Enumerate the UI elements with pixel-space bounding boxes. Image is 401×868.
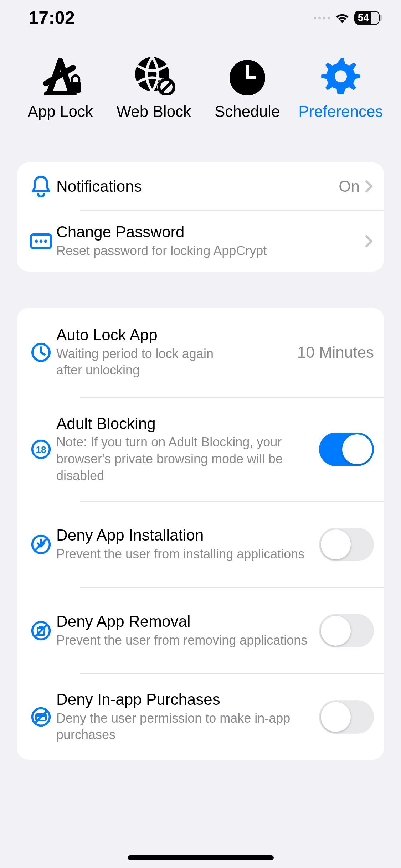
status-time: 17:02	[29, 7, 75, 28]
row-subtitle: Note: If you turn on Adult Blocking, you…	[56, 434, 313, 484]
row-subtitle: Reset password for locking AppCrypt	[56, 243, 358, 259]
row-title: Auto Lock App	[56, 326, 292, 344]
battery-percent: 54	[358, 12, 369, 24]
preferences-group-1: Notifications On Change Password Reset p…	[17, 162, 384, 272]
row-subtitle: Prevent the user from removing applicati…	[56, 632, 313, 649]
row-value: 10 Minutes	[297, 343, 374, 361]
row-title: Change Password	[56, 223, 358, 241]
password-icon	[26, 233, 56, 249]
svg-point-7	[335, 70, 347, 82]
row-change-password[interactable]: Change Password Reset password for locki…	[17, 211, 384, 272]
wifi-icon	[335, 12, 349, 23]
no-download-icon	[26, 534, 56, 554]
row-subtitle: Waiting period to lock again after unloc…	[56, 346, 231, 379]
toggle-deny-removal[interactable]	[319, 614, 374, 647]
row-deny-iap: Deny In-app Purchases Deny the user perm…	[17, 674, 384, 760]
row-subtitle: Deny the user permission to make in-app …	[56, 710, 313, 744]
row-title: Deny App Installation	[56, 526, 313, 544]
tab-label: Preferences	[298, 103, 383, 120]
eighteen-icon: 18	[26, 439, 56, 459]
svg-point-9	[35, 240, 38, 243]
tab-label: Web Block	[117, 103, 191, 120]
preferences-group-2: Auto Lock App Waiting period to lock aga…	[17, 308, 384, 760]
row-auto-lock[interactable]: Auto Lock App Waiting period to lock aga…	[17, 308, 384, 397]
preferences-icon	[321, 53, 360, 95]
svg-point-10	[40, 240, 43, 243]
schedule-icon	[230, 53, 265, 95]
status-right: 54	[314, 11, 380, 25]
row-deny-install: Deny App Installation Prevent the user f…	[17, 502, 384, 587]
chevron-right-icon	[364, 233, 374, 249]
tab-preferences[interactable]: Preferences	[298, 53, 384, 120]
bell-icon	[26, 175, 56, 197]
tab-web-block[interactable]: Web Block	[110, 53, 197, 120]
row-notifications[interactable]: Notifications On	[17, 162, 384, 210]
app-lock-icon	[40, 53, 81, 95]
row-subtitle: Prevent the user from installing applica…	[56, 546, 313, 563]
row-adult-blocking: 18 Adult Blocking Note: If you turn on A…	[17, 398, 384, 501]
tab-label: Schedule	[215, 103, 280, 120]
clock-icon	[26, 342, 56, 362]
battery-indicator: 54	[354, 11, 380, 25]
svg-point-11	[44, 240, 47, 243]
toggle-deny-iap[interactable]	[319, 700, 374, 734]
row-value: On	[339, 177, 360, 195]
signal-dots-icon	[314, 17, 330, 19]
row-title: Adult Blocking	[56, 415, 313, 433]
no-card-icon	[26, 707, 56, 727]
status-bar: 17:02 54	[0, 0, 401, 36]
row-title: Deny App Removal	[56, 613, 313, 631]
tab-label: App Lock	[27, 103, 93, 120]
toggle-adult-blocking[interactable]	[319, 433, 374, 466]
row-deny-removal: Deny App Removal Prevent the user from r…	[17, 588, 384, 673]
home-indicator	[128, 855, 274, 860]
web-block-icon	[132, 53, 175, 95]
tab-app-lock[interactable]: App Lock	[17, 53, 103, 120]
chevron-right-icon	[364, 179, 374, 194]
svg-text:18: 18	[36, 444, 46, 455]
no-trash-icon	[26, 621, 56, 641]
row-title: Deny In-app Purchases	[56, 691, 313, 709]
top-tabs: App Lock Web Block Schedule	[0, 36, 401, 120]
svg-rect-0	[70, 82, 81, 93]
tab-schedule[interactable]: Schedule	[204, 53, 291, 120]
toggle-deny-install[interactable]	[319, 528, 374, 561]
row-title: Notifications	[56, 177, 333, 196]
